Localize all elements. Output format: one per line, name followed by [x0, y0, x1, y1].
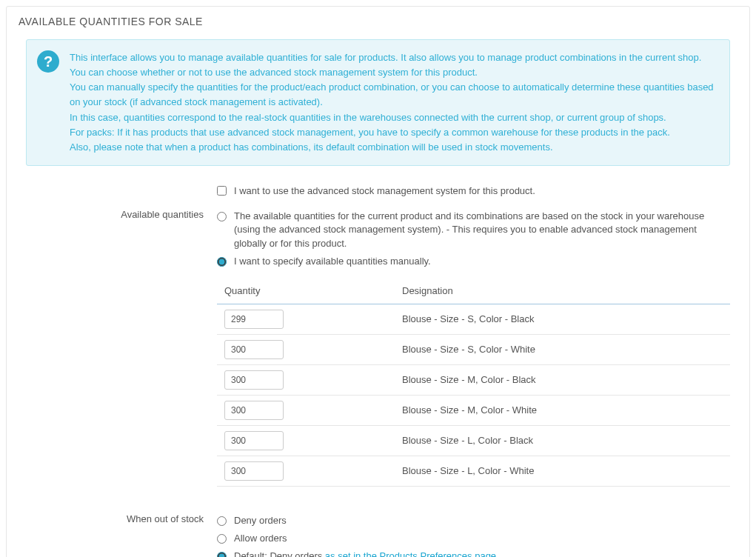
- info-line: For packs: If it has products that use a…: [70, 125, 717, 140]
- info-line: In this case, quantities correspond to t…: [70, 110, 717, 125]
- table-row: Blouse - Size - S, Color - White: [217, 334, 730, 364]
- qty-input[interactable]: [224, 461, 284, 481]
- oos-default: Default: Deny orders as set in the Produ…: [217, 547, 730, 557]
- table-row: Blouse - Size - S, Color - Black: [217, 304, 730, 334]
- page-title: AVAILABLE QUANTITIES FOR SALE: [7, 7, 749, 33]
- qty-input[interactable]: [224, 340, 284, 359]
- oos-deny: Deny orders: [217, 512, 730, 530]
- info-line: You can manually specify the quantities …: [70, 80, 717, 110]
- oos-radio-default[interactable]: [217, 552, 227, 557]
- oos-label: When out of stock: [26, 512, 217, 557]
- designation-cell: Blouse - Size - M, Color - White: [395, 395, 730, 425]
- table-row: Blouse - Size - L, Color - Black: [217, 425, 730, 456]
- qty-input[interactable]: [224, 401, 284, 420]
- designation-cell: Blouse - Size - S, Color - White: [395, 334, 730, 364]
- oos-radio-allow-label[interactable]: Allow orders: [234, 532, 287, 545]
- qty-option-manual: I want to specify available quantities m…: [217, 253, 730, 270]
- designation-cell: Blouse - Size - L, Color - White: [395, 456, 730, 486]
- quantities-panel: AVAILABLE QUANTITIES FOR SALE ? This int…: [6, 6, 750, 557]
- asm-checkbox-row: I want to use the advanced stock managem…: [217, 182, 730, 200]
- question-icon: ?: [37, 50, 59, 73]
- th-quantity: Quantity: [217, 279, 395, 304]
- qty-radio-manual-label[interactable]: I want to specify available quantities m…: [234, 255, 431, 268]
- qty-radio-manual[interactable]: [217, 257, 227, 267]
- qty-input[interactable]: [224, 310, 284, 329]
- info-line: You can choose whether or not to use the…: [70, 65, 717, 80]
- qty-radio-warehouse[interactable]: [217, 212, 227, 221]
- qty-input[interactable]: [224, 431, 284, 450]
- oos-radio-deny-label[interactable]: Deny orders: [234, 514, 287, 527]
- qty-option-warehouse: The available quantities for the current…: [217, 207, 730, 253]
- info-line: Also, please note that when a product ha…: [70, 140, 717, 155]
- panel-body: ? This interface allows you to manage av…: [7, 39, 749, 557]
- quantities-table: Quantity Designation Blouse - Size - S, …: [217, 279, 730, 487]
- qty-input[interactable]: [224, 370, 284, 390]
- asm-checkbox[interactable]: [217, 186, 227, 196]
- oos-preferences-link[interactable]: as set in the Products Preferences page: [325, 550, 496, 557]
- table-row: Blouse - Size - M, Color - Black: [217, 364, 730, 395]
- info-line: This interface allows you to manage avai…: [70, 50, 717, 65]
- oos-allow: Allow orders: [217, 530, 730, 547]
- asm-label[interactable]: I want to use the advanced stock managem…: [234, 184, 535, 198]
- designation-cell: Blouse - Size - S, Color - Black: [395, 304, 730, 334]
- designation-cell: Blouse - Size - M, Color - Black: [395, 364, 730, 395]
- th-designation: Designation: [395, 279, 730, 304]
- designation-cell: Blouse - Size - L, Color - Black: [395, 425, 730, 456]
- table-row: Blouse - Size - M, Color - White: [217, 395, 730, 425]
- oos-default-prefix: Default: Deny orders: [234, 550, 325, 557]
- table-row: Blouse - Size - L, Color - White: [217, 456, 730, 486]
- oos-radio-allow[interactable]: [217, 534, 227, 544]
- oos-radio-deny[interactable]: [217, 516, 227, 526]
- qty-radio-warehouse-label[interactable]: The available quantities for the current…: [234, 210, 730, 250]
- oos-radio-default-label[interactable]: Default: Deny orders as set in the Produ…: [234, 550, 496, 557]
- info-alert: ? This interface allows you to manage av…: [26, 39, 730, 166]
- available-qty-label: Available quantities: [26, 207, 217, 507]
